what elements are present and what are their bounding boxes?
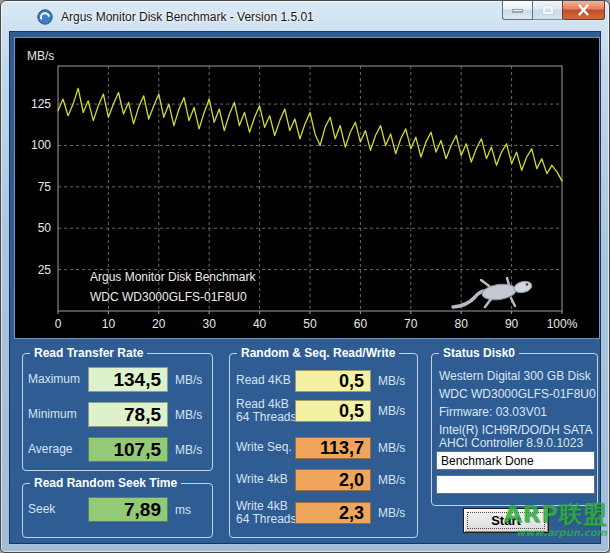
panel-title: Status Disk0 [439, 346, 519, 360]
unit-write4kb: MB/s [378, 473, 405, 487]
value-read4kb-64t: 0,5 [295, 400, 371, 422]
panel-random-seq-read-write: Random & Seq. Read/Write Read 4KB 0,5 MB… [229, 353, 418, 538]
unit-seek: ms [175, 503, 191, 517]
svg-text:100: 100 [31, 138, 51, 152]
svg-text:80: 80 [455, 317, 469, 331]
status-controller-1: Intel(R) ICH9R/DO/DH SATA [439, 423, 593, 437]
minimize-icon [512, 9, 523, 12]
row-label-seek: Seek [28, 503, 55, 516]
panel-read-transfer-rate: Read Transfer Rate Maximum 134,5 MB/s Mi… [22, 353, 213, 471]
value-read4kb: 0,5 [295, 370, 371, 392]
svg-text:30: 30 [203, 317, 217, 331]
start-button[interactable]: Start [463, 508, 549, 533]
benchmark-status-field[interactable] [436, 451, 595, 470]
status-disk-model: WDC WD3000GLFS-01F8U0 [439, 387, 596, 401]
svg-text:125: 125 [31, 97, 51, 111]
unit-maximum: MB/s [175, 373, 202, 387]
svg-text:70: 70 [404, 317, 418, 331]
value-write4kb-64t: 2,3 [295, 502, 371, 524]
panel-read-random-seek-time: Read Random Seek Time Seek 7,89 ms [22, 483, 213, 538]
window-title: Argus Monitor Disk Benchmark - Version 1… [61, 10, 314, 24]
status-firmware: Firmware: 03.03V01 [439, 405, 547, 419]
svg-text:75: 75 [38, 180, 52, 194]
value-minimum: 78,5 [88, 402, 168, 427]
benchmark-progress-field[interactable] [436, 475, 595, 494]
svg-text:10: 10 [102, 317, 116, 331]
row-label-minimum: Minimum [28, 408, 77, 421]
chart-annotation-model: WDC WD3000GLFS-01F8U0 [90, 290, 247, 304]
status-disk-size: Western Digital 300 GB Disk [439, 369, 591, 383]
benchmark-chart: 0102030405060708090100%255075100125MB/s … [14, 37, 600, 339]
svg-text:100%: 100% [547, 317, 578, 331]
svg-text:60: 60 [354, 317, 368, 331]
value-maximum: 134,5 [88, 367, 168, 392]
unit-average: MB/s [175, 443, 202, 457]
app-icon [37, 9, 53, 25]
svg-text:50: 50 [303, 317, 317, 331]
row-label-read4kb-64t: Read 4kB64 Threads [236, 398, 297, 424]
unit-read4kb: MB/s [378, 374, 405, 388]
svg-text:MB/s: MB/s [27, 49, 54, 63]
row-label-maximum: Maximum [28, 373, 80, 386]
titlebar: Argus Monitor Disk Benchmark - Version 1… [1, 1, 609, 31]
svg-text:20: 20 [152, 317, 166, 331]
start-button-label: Start [491, 513, 521, 528]
svg-text:0: 0 [55, 317, 62, 331]
unit-read4kb-64t: MB/s [378, 404, 405, 418]
svg-text:25: 25 [38, 263, 52, 277]
panel-title: Read Random Seek Time [30, 476, 181, 490]
unit-write-seq: MB/s [378, 441, 405, 455]
value-seek: 7,89 [88, 497, 168, 522]
client-area: 0102030405060708090100%255075100125MB/s … [9, 31, 601, 544]
svg-text:90: 90 [505, 317, 519, 331]
value-average: 107,5 [88, 437, 168, 462]
row-label-write4kb: Write 4kB [236, 473, 288, 486]
value-write-seq: 113,7 [295, 437, 371, 459]
svg-text:50: 50 [38, 221, 52, 235]
unit-write4kb-64t: MB/s [378, 506, 405, 520]
minimize-button[interactable] [502, 1, 533, 20]
gecko-logo [451, 277, 547, 313]
svg-text:40: 40 [253, 317, 267, 331]
value-write4kb: 2,0 [295, 469, 371, 491]
maximize-button[interactable] [532, 1, 563, 20]
chart-annotation-title: Argus Monitor Disk Benchmark [90, 270, 255, 284]
row-label-write4kb-64t: Write 4kB64 Threads [236, 500, 297, 526]
app-window: Argus Monitor Disk Benchmark - Version 1… [0, 0, 610, 553]
panel-title: Read Transfer Rate [30, 346, 147, 360]
maximize-icon [543, 6, 553, 14]
unit-minimum: MB/s [175, 408, 202, 422]
panel-status-disk0: Status Disk0 Western Digital 300 GB Disk… [431, 353, 598, 506]
panel-title: Random & Seq. Read/Write [237, 346, 399, 360]
close-button[interactable] [562, 1, 605, 20]
row-label-read4kb: Read 4KB [236, 374, 291, 387]
row-label-write-seq: Write Seq. [236, 441, 292, 454]
row-label-average: Average [28, 443, 72, 456]
status-controller-2: AHCI Controller 8.9.0.1023 [439, 436, 583, 450]
close-icon [577, 4, 590, 16]
